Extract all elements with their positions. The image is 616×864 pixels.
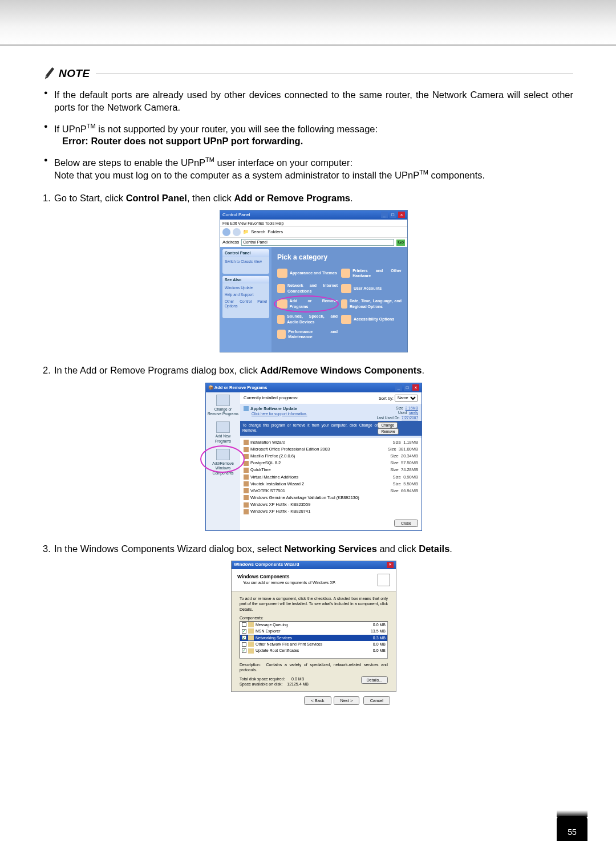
row-size-label: Size xyxy=(390,488,399,493)
cancel-button[interactable]: Cancel xyxy=(363,696,390,705)
bullet3-pre2: Note that you must log on to the compute… xyxy=(54,170,419,180)
back-button[interactable] xyxy=(222,228,230,236)
list-item[interactable]: Microsoft Office Professional Edition 20… xyxy=(240,446,422,453)
close-button[interactable]: × xyxy=(387,562,394,568)
sort-select[interactable]: Name xyxy=(395,395,418,401)
svg-marker-0 xyxy=(45,67,55,79)
step-3: In the Windows Components Wizard dialog … xyxy=(54,542,573,692)
component-icon xyxy=(248,648,254,654)
list-item[interactable]: Installation WizardSize 1.18MB xyxy=(240,439,422,446)
row-name: Installation Wizard xyxy=(250,440,285,445)
row-size: 57.50MB xyxy=(401,460,418,465)
component-name: MSN Explorer xyxy=(256,628,281,634)
appearance-icon xyxy=(277,269,287,278)
cat-add-remove[interactable]: Add or Remove Programs xyxy=(277,298,338,309)
cat-sounds[interactable]: Sounds, Speech, and Audio Devices xyxy=(277,314,338,324)
left-nav: Change or Remove Programs Add New Progra… xyxy=(206,392,240,530)
list-item[interactable]: Windows XP Hotfix - KB823559 xyxy=(240,501,422,508)
row-size-label: Size xyxy=(390,467,399,472)
nav-add-new[interactable]: Add New Programs xyxy=(207,421,239,444)
address-input[interactable]: Control Panel xyxy=(241,239,394,246)
nav-change-remove[interactable]: Change or Remove Programs xyxy=(207,395,239,417)
cat-label: Performance and Maintenance xyxy=(288,329,338,340)
remove-button[interactable]: Remove xyxy=(378,428,398,435)
row-name: Windows Genuine Advantage Validation Too… xyxy=(250,495,359,501)
switch-classic-link[interactable]: Switch to Classic View xyxy=(225,259,267,265)
other-options-link[interactable]: Other Control Panel Options xyxy=(225,299,267,310)
component-row[interactable]: Message Queuing0.0 MB xyxy=(240,622,387,628)
checkbox[interactable] xyxy=(242,622,246,627)
close-button[interactable]: × xyxy=(412,384,419,391)
step-2: In the Add or Remove Programs dialog box… xyxy=(54,364,573,530)
cat-date-time[interactable]: Date, Time, Language, and Regional Optio… xyxy=(341,298,402,309)
note-divider xyxy=(96,74,573,74)
list-item[interactable]: Mozilla Firefox (2.0.0.6)Size 20.34MB xyxy=(240,453,422,460)
list-item[interactable]: Windows Genuine Advantage Validation Too… xyxy=(240,494,422,501)
minimize-button[interactable]: _ xyxy=(381,212,388,218)
checkbox[interactable]: ✓ xyxy=(242,635,246,640)
checkbox[interactable]: ✓ xyxy=(242,629,246,634)
folders-button[interactable]: Folders xyxy=(268,229,283,236)
list-item[interactable]: Vivotek Installation Wizard 2Size 5.50MB xyxy=(240,481,422,488)
go-button[interactable]: Go xyxy=(396,240,405,246)
sounds-icon xyxy=(277,315,285,324)
cat-users[interactable]: User Accounts xyxy=(341,283,402,294)
step-1: Go to Start, click Control Panel, then c… xyxy=(54,192,573,352)
windows-update-link[interactable]: Windows Update xyxy=(225,286,267,291)
row-size: 0.90MB xyxy=(403,474,418,480)
support-link[interactable]: Click here for support information. xyxy=(252,412,307,416)
side-panel-control: Control Panel Switch to Classic View xyxy=(222,249,269,273)
cat-printers[interactable]: Printers and Other Hardware xyxy=(341,268,402,279)
checkbox[interactable] xyxy=(242,642,246,647)
printers-icon xyxy=(341,269,350,278)
checkbox[interactable]: ✓ xyxy=(242,648,246,653)
note-header: NOTE xyxy=(43,66,573,82)
component-row[interactable]: Other Network File and Print Services0.0… xyxy=(240,641,387,647)
row-name: Microsoft Office Professional Edition 20… xyxy=(250,447,330,452)
row-name: Virtual Machine Additions xyxy=(250,474,298,480)
next-button[interactable]: Next > xyxy=(334,696,360,705)
forward-button[interactable] xyxy=(233,228,241,236)
disk-req: 0.0 MB xyxy=(291,677,304,681)
cat-appearance[interactable]: Appearance and Themes xyxy=(277,268,338,279)
component-row[interactable]: ✓MSN Explorer13.5 MB xyxy=(240,628,387,634)
s2-b1: Add/Remove Windows Components xyxy=(260,365,422,375)
note-bullet-list: If the default ports are already used by… xyxy=(43,88,573,181)
component-size: 0.0 MB xyxy=(373,648,386,653)
address-bar: Address Control Panel Go xyxy=(220,238,407,247)
cat-network[interactable]: Network and Internet Connections xyxy=(277,283,338,294)
components-label: Components: xyxy=(240,615,388,620)
s3-post: . xyxy=(449,543,452,554)
cat-label: Appearance and Themes xyxy=(290,270,337,275)
bullet2-pre: If UPnP xyxy=(54,123,87,133)
component-row-selected[interactable]: ✓Networking Services0.3 MB xyxy=(240,635,387,641)
details-button[interactable]: Details... xyxy=(361,676,388,684)
note-bullet-1: If the default ports are already used by… xyxy=(54,88,573,114)
change-button[interactable]: Change xyxy=(378,422,398,428)
close-button[interactable]: × xyxy=(398,212,405,218)
list-item[interactable]: Windows XP Hotfix - KB828741 xyxy=(240,508,422,515)
list-item[interactable]: QuickTimeSize 74.28MB xyxy=(240,467,422,473)
help-support-link[interactable]: Help and Support xyxy=(225,293,267,298)
close-button[interactable]: Close xyxy=(394,520,418,527)
maximize-button[interactable]: □ xyxy=(390,212,396,218)
search-button[interactable]: Search xyxy=(251,229,265,236)
cat-accessibility[interactable]: Accessibility Options xyxy=(341,314,402,324)
list-item[interactable]: VIVOTEK ST7501Size 66.94MB xyxy=(240,488,422,494)
list-item[interactable]: Virtual Machine AdditionsSize 0.90MB xyxy=(240,474,422,481)
maximize-button[interactable]: □ xyxy=(404,384,411,391)
component-row[interactable]: ✓Update Root Certificates0.0 MB xyxy=(240,647,387,654)
menubar[interactable]: File Edit View Favorites Tools Help xyxy=(220,220,407,226)
nav-windows-components[interactable]: Add/Remove Windows Components xyxy=(207,449,239,476)
add-new-icon xyxy=(216,421,230,433)
currently-installed-label: Currently installed programs: xyxy=(244,395,298,401)
cat-performance[interactable]: Performance and Maintenance xyxy=(277,329,338,340)
back-button[interactable]: < Back xyxy=(304,696,331,705)
cat-label: Accessibility Options xyxy=(354,317,394,322)
tm-mark: TM xyxy=(419,169,428,176)
up-icon[interactable]: 📁 xyxy=(243,229,249,236)
list-item[interactable]: PostgreSQL 8.2Size 57.50MB xyxy=(240,460,422,467)
s3-mid: and click xyxy=(377,543,419,554)
minimize-button[interactable]: _ xyxy=(395,384,402,391)
description-label: Description: xyxy=(240,663,261,667)
